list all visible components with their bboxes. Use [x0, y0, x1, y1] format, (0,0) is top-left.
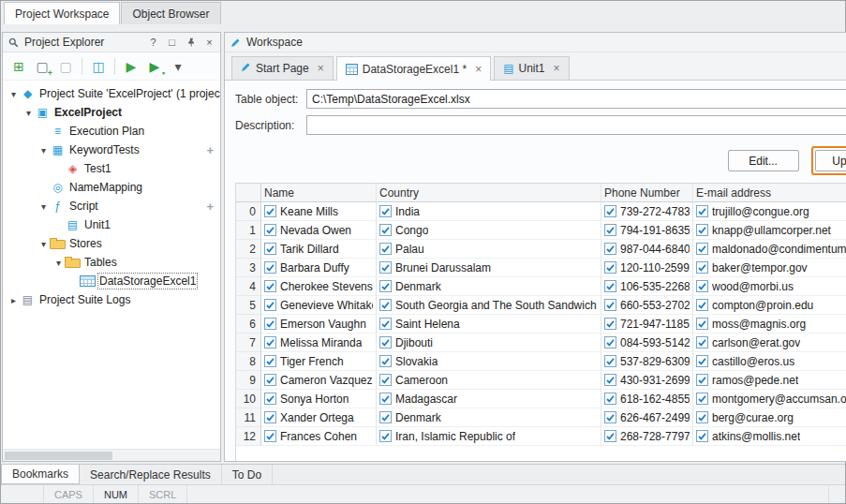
row-header-12[interactable]: 12 — [236, 427, 261, 446]
row-header-8[interactable]: 8 — [236, 352, 261, 371]
grid-cell-1-name[interactable]: Nevada Owen — [261, 221, 377, 240]
grid-cell-4-country[interactable]: Denmark — [377, 277, 601, 296]
checkbox-checked-icon[interactable] — [696, 224, 708, 236]
tree-item-project-suite-logs[interactable]: ▸▤Project Suite Logs — [3, 290, 220, 309]
checkbox-checked-icon[interactable] — [604, 355, 616, 367]
row-header-5[interactable]: 5 — [236, 296, 261, 315]
checkbox-checked-icon[interactable] — [379, 430, 392, 442]
grid-cell-12-phone-number[interactable]: 268-728-7797 — [601, 427, 693, 446]
grid-cell-8-name[interactable]: Tiger French — [261, 352, 377, 371]
checkbox-checked-icon[interactable] — [696, 205, 708, 217]
column-header-name[interactable]: Name — [261, 184, 377, 202]
row-header-3[interactable]: 3 — [236, 259, 261, 277]
checkbox-checked-icon[interactable] — [604, 261, 616, 274]
column-header-e-mail-address[interactable]: E-mail address — [693, 184, 846, 202]
view-organizer-icon[interactable]: ◫ — [88, 56, 109, 77]
grid-cell-4-phone-number[interactable]: 106-535-2268 — [601, 277, 693, 296]
expander-icon[interactable]: ▾ — [37, 201, 50, 212]
checkbox-checked-icon[interactable] — [264, 411, 276, 423]
grid-cell-9-name[interactable]: Cameron Vazquez — [261, 371, 377, 390]
tree-item-excelproject[interactable]: ▾▣ExcelProject — [3, 103, 220, 122]
tree-item-namemapping[interactable]: ◎NameMapping — [3, 178, 220, 197]
grid-cell-12-country[interactable]: Iran, Islamic Republic of — [377, 427, 601, 446]
grid-cell-2-name[interactable]: Tarik Dillard — [261, 240, 377, 259]
grid-cell-2-e-mail-address[interactable]: maldonado@condimentum.com — [693, 240, 846, 259]
checkbox-checked-icon[interactable] — [264, 299, 276, 311]
checkbox-checked-icon[interactable] — [379, 411, 392, 423]
tree-item-execution-plan[interactable]: ≡Execution Plan — [3, 122, 220, 141]
close-tab-icon[interactable]: × — [318, 62, 324, 75]
grid-cell-1-phone-number[interactable]: 794-191-8635 — [601, 221, 693, 240]
column-header-country[interactable]: Country — [377, 184, 601, 202]
checkbox-checked-icon[interactable] — [696, 393, 708, 405]
grid-cell-12-name[interactable]: Frances Cohen — [261, 427, 377, 446]
checkbox-checked-icon[interactable] — [696, 318, 708, 330]
checkbox-checked-icon[interactable] — [379, 355, 392, 367]
checkbox-checked-icon[interactable] — [696, 280, 708, 292]
tree-item-datastorageexcel1[interactable]: DataStorageExcel1 — [3, 272, 220, 290]
checkbox-checked-icon[interactable] — [696, 355, 708, 367]
grid-cell-10-country[interactable]: Madagascar — [377, 390, 601, 408]
checkbox-checked-icon[interactable] — [264, 336, 276, 348]
grid-cell-0-country[interactable]: India — [377, 202, 601, 221]
checkbox-checked-icon[interactable] — [379, 243, 392, 255]
grid-cell-6-country[interactable]: Saint Helena — [377, 315, 601, 334]
grid-cell-8-e-mail-address[interactable]: castillo@eros.us — [693, 352, 846, 371]
checkbox-checked-icon[interactable] — [264, 355, 276, 367]
expander-icon[interactable]: ▾ — [22, 108, 35, 118]
grid-cell-0-e-mail-address[interactable]: trujillo@congue.org — [693, 202, 846, 221]
expander-icon[interactable]: ▾ — [37, 239, 50, 249]
doc-tab-datastorageexcel1[interactable]: DataStorageExcel1 *× — [336, 56, 491, 81]
close-tab-icon[interactable]: × — [475, 63, 482, 76]
remove-item-icon[interactable]: ▢ — [55, 56, 76, 77]
grid-cell-4-name[interactable]: Cherokee Stevens — [261, 277, 377, 296]
checkbox-checked-icon[interactable] — [696, 261, 708, 274]
add-existing-item-icon[interactable]: ▢+ — [32, 56, 52, 77]
checkbox-checked-icon[interactable] — [604, 318, 616, 330]
checkbox-checked-icon[interactable] — [604, 336, 616, 348]
grid-cell-6-e-mail-address[interactable]: moss@magnis.org — [693, 315, 846, 334]
grid-cell-6-name[interactable]: Emerson Vaughn — [261, 315, 377, 334]
bottom-tab-search-replace-results[interactable]: Search/Replace Results — [80, 465, 222, 484]
grid-cell-11-e-mail-address[interactable]: berg@curae.org — [693, 408, 846, 427]
grid-cell-5-phone-number[interactable]: 660-553-2702 — [601, 296, 693, 315]
checkbox-checked-icon[interactable] — [604, 299, 616, 311]
tree-item-test1[interactable]: ◈Test1 — [3, 159, 220, 178]
row-header-4[interactable]: 4 — [236, 277, 261, 296]
grid-cell-10-name[interactable]: Sonya Horton — [261, 390, 377, 408]
tree-item-script[interactable]: ▾ƒScript+ — [3, 197, 220, 215]
row-header-6[interactable]: 6 — [236, 315, 261, 334]
checkbox-checked-icon[interactable] — [379, 205, 392, 217]
run-test-icon[interactable]: ▶ — [121, 56, 141, 77]
pin-icon[interactable] — [185, 36, 197, 49]
checkbox-checked-icon[interactable] — [604, 393, 616, 405]
grid-cell-5-e-mail-address[interactable]: compton@proin.edu — [693, 296, 846, 315]
dropdown-icon[interactable]: ▾ — [168, 56, 188, 77]
grid-cell-3-e-mail-address[interactable]: baker@tempor.gov — [693, 259, 846, 277]
help-icon[interactable]: ? — [843, 36, 846, 49]
main-tab-object-browser[interactable]: Object Browser — [121, 2, 220, 24]
checkbox-checked-icon[interactable] — [604, 430, 616, 442]
edit-button[interactable]: Edit... — [728, 150, 799, 171]
column-header-phone-number[interactable]: Phone Number — [601, 184, 693, 202]
tree-item-unit1[interactable]: ▤Unit1 — [3, 215, 220, 234]
checkbox-checked-icon[interactable] — [379, 318, 392, 330]
bottom-tab-to-do[interactable]: To Do — [222, 465, 273, 484]
description-input[interactable] — [306, 115, 846, 135]
grid-cell-11-country[interactable]: Denmark — [377, 408, 601, 427]
main-tab-project-workspace[interactable]: Project Workspace — [4, 2, 120, 24]
grid-cell-2-country[interactable]: Palau — [377, 240, 601, 259]
checkbox-checked-icon[interactable] — [264, 318, 276, 330]
checkbox-checked-icon[interactable] — [264, 261, 276, 274]
checkbox-checked-icon[interactable] — [696, 336, 708, 348]
grid-cell-9-phone-number[interactable]: 430-931-2699 — [601, 371, 693, 390]
grid-cell-7-country[interactable]: Djibouti — [377, 334, 601, 352]
grid-cell-7-e-mail-address[interactable]: carlson@erat.gov — [693, 334, 846, 352]
checkbox-checked-icon[interactable] — [696, 374, 708, 386]
checkbox-checked-icon[interactable] — [604, 280, 616, 292]
row-header-9[interactable]: 9 — [236, 371, 261, 390]
grid-cell-5-country[interactable]: South Georgia and The South Sandwich Isl… — [377, 296, 601, 315]
checkbox-checked-icon[interactable] — [696, 430, 708, 442]
help-icon[interactable]: ? — [147, 36, 159, 49]
grid-cell-0-name[interactable]: Keane Mills — [261, 202, 377, 221]
